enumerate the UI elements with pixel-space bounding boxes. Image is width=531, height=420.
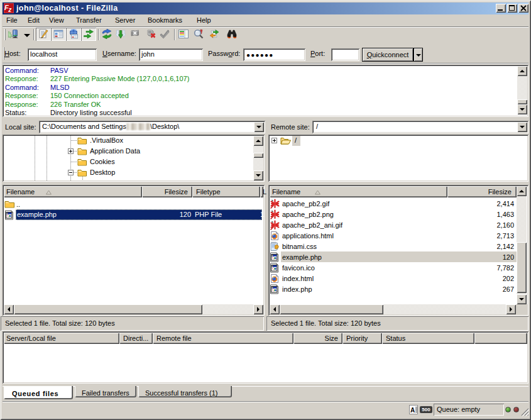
svg-text:z: z <box>8 6 11 13</box>
